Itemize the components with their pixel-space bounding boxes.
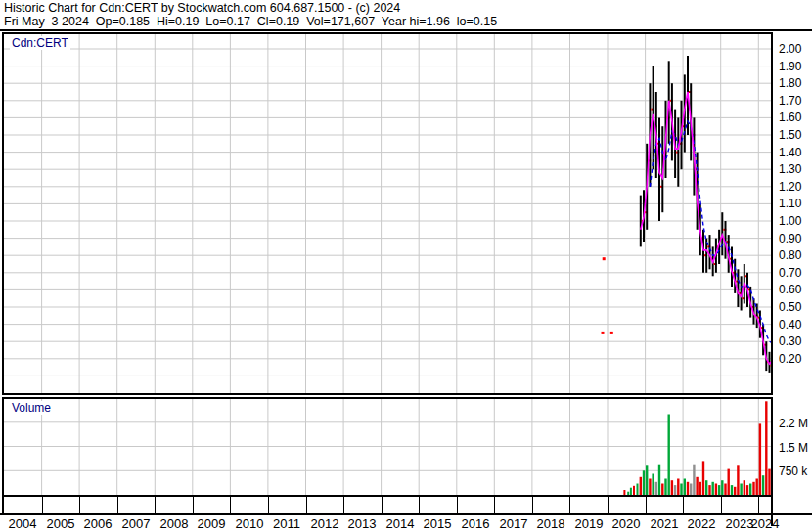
volume-bar bbox=[749, 484, 751, 496]
year-label: 2021 bbox=[651, 516, 679, 531]
price-tick-label: 0.90 bbox=[779, 232, 801, 245]
year-label: 2013 bbox=[348, 516, 377, 531]
sparse-trade-dot bbox=[603, 257, 606, 260]
year-tick bbox=[343, 497, 344, 513]
volume-tick-label: 750 k bbox=[779, 465, 807, 478]
price-tick-label: 0.80 bbox=[779, 248, 801, 262]
year-label: 2005 bbox=[47, 516, 75, 531]
year-tick bbox=[155, 497, 156, 513]
year-tick bbox=[758, 497, 759, 513]
volume-bar bbox=[744, 480, 745, 495]
price-tick-label: 0.30 bbox=[779, 334, 801, 348]
year-label: 2010 bbox=[236, 516, 264, 531]
year-tick bbox=[79, 497, 80, 513]
price-tick-label: 1.80 bbox=[779, 76, 801, 90]
year-label: 2020 bbox=[612, 516, 641, 531]
header-divider bbox=[0, 29, 812, 31]
price-tick-label: 2.00 bbox=[779, 42, 801, 56]
volume-bar bbox=[637, 484, 639, 496]
volume-bar bbox=[671, 480, 673, 495]
year-tick bbox=[419, 497, 420, 513]
volume-bar bbox=[752, 482, 754, 495]
symbol-label: Cdn:CERT bbox=[10, 36, 70, 50]
volume-bar bbox=[746, 485, 748, 495]
volume-bar bbox=[652, 474, 654, 495]
price-tick-label: 1.10 bbox=[779, 197, 801, 210]
year-tick bbox=[569, 497, 570, 513]
volume-bar bbox=[759, 423, 761, 495]
year-tick bbox=[42, 497, 43, 513]
year-label: 2004 bbox=[9, 516, 37, 531]
volume-bar bbox=[658, 465, 660, 495]
year-label: 2016 bbox=[462, 516, 490, 531]
price-tick-label: 1.90 bbox=[779, 60, 801, 73]
volume-bar bbox=[640, 477, 642, 495]
volume-bar bbox=[623, 490, 625, 495]
price-tick-label: 0.60 bbox=[779, 283, 801, 296]
year-label: 2006 bbox=[84, 516, 113, 531]
sparse-trade-dot bbox=[602, 332, 605, 334]
year-label: 2019 bbox=[575, 516, 604, 531]
volume-bar bbox=[765, 401, 767, 495]
volume-bar bbox=[768, 469, 770, 495]
year-label: 2007 bbox=[122, 516, 151, 531]
year-tick bbox=[230, 497, 231, 513]
volume-bar bbox=[734, 487, 736, 495]
year-tick bbox=[721, 497, 722, 513]
year-label: 2023 bbox=[726, 516, 754, 531]
price-tick-label: 1.00 bbox=[779, 214, 801, 228]
year-label: 2009 bbox=[198, 516, 226, 531]
year-label: 2018 bbox=[537, 516, 565, 531]
volume-bar bbox=[627, 492, 629, 495]
volume-bar bbox=[649, 479, 651, 496]
year-label: 2022 bbox=[688, 516, 716, 531]
volume-bar bbox=[668, 415, 670, 496]
price-tick-label: 1.70 bbox=[779, 94, 801, 108]
volume-bar bbox=[687, 482, 689, 495]
volume-bar bbox=[633, 486, 635, 495]
volume-bar bbox=[728, 469, 730, 495]
volume-bar bbox=[677, 479, 679, 496]
price-tick-label: 0.70 bbox=[779, 266, 801, 280]
year-label: 2012 bbox=[311, 516, 339, 531]
price-tick-label: 1.20 bbox=[779, 180, 801, 194]
chart-title: Historic Chart for Cdn:CERT by Stockwatc… bbox=[4, 1, 400, 15]
price-tick-label: 1.30 bbox=[779, 162, 801, 176]
volume-bar bbox=[696, 477, 698, 495]
year-tick bbox=[646, 497, 647, 513]
price-chart-canvas bbox=[4, 34, 771, 393]
volume-bar bbox=[712, 482, 714, 495]
volume-bar bbox=[690, 484, 692, 496]
volume-bar bbox=[731, 485, 733, 495]
year-label: 2011 bbox=[273, 516, 300, 531]
year-tick bbox=[494, 497, 495, 513]
year-tick-strip bbox=[2, 497, 773, 513]
year-tick bbox=[382, 497, 383, 513]
volume-bar bbox=[715, 484, 717, 496]
year-tick bbox=[306, 497, 307, 513]
price-tick-label: 0.20 bbox=[779, 352, 801, 366]
sparse-trade-dot bbox=[610, 332, 613, 334]
close-tick bbox=[771, 365, 772, 367]
year-tick bbox=[532, 497, 533, 513]
volume-bar bbox=[762, 475, 764, 495]
volume-bar bbox=[693, 465, 695, 495]
volume-bar bbox=[684, 479, 686, 496]
volume-bar bbox=[674, 485, 676, 495]
year-tick bbox=[268, 497, 269, 513]
volume-label: Volume bbox=[10, 401, 53, 415]
volume-bar bbox=[708, 485, 710, 495]
volume-chart-panel: Volume bbox=[2, 397, 773, 497]
year-tick bbox=[117, 497, 118, 513]
year-label: 2024 bbox=[751, 516, 780, 531]
volume-bar bbox=[646, 465, 648, 495]
year-tick bbox=[193, 497, 194, 513]
price-chart-panel: Cdn:CERT bbox=[2, 32, 773, 395]
volume-bar bbox=[740, 484, 742, 496]
volume-bar bbox=[718, 485, 720, 495]
price-tick-label: 1.60 bbox=[779, 111, 801, 124]
price-tick-label: 0.40 bbox=[779, 318, 801, 332]
volume-bar bbox=[724, 484, 726, 496]
year-tick bbox=[608, 497, 609, 513]
volume-chart-canvas bbox=[4, 399, 771, 495]
